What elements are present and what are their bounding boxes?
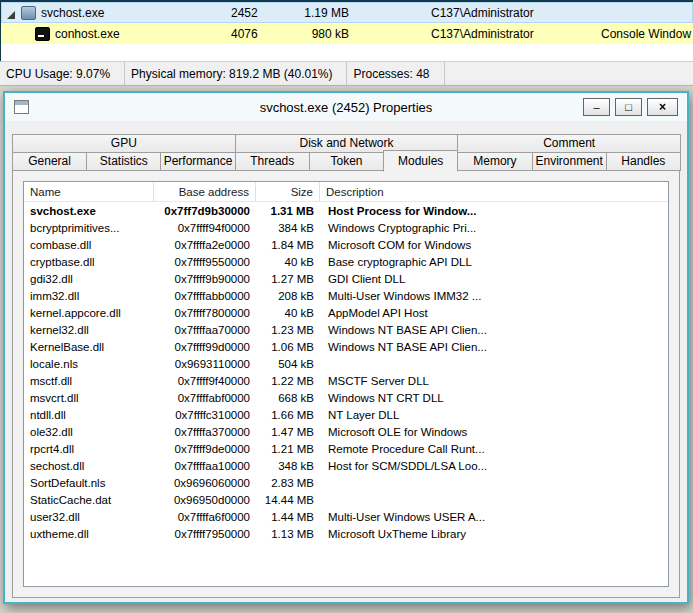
module-row[interactable]: imm32.dll 0x7ffffabb0000 208 kB Multi-Us… [24,287,668,304]
module-name: msctf.dll [24,375,154,387]
process-memory: 1.19 MB [269,6,349,20]
module-description: Microsoft UxTheme Library [320,528,668,540]
status-item: CPU Usage: 9.07% [0,62,125,85]
column-header-name[interactable]: Name [24,182,154,201]
close-button[interactable]: × [647,98,678,116]
module-base-address: 0x7ffffa370000 [154,426,256,438]
module-size: 1.66 MB [256,409,320,421]
module-row[interactable]: bcryptprimitives... 0x7ffff94f0000 384 k… [24,219,668,236]
module-name: bcryptprimitives... [24,222,154,234]
module-row[interactable]: sechost.dll 0x7ffffaa10000 348 kB Host f… [24,457,668,474]
module-row[interactable]: combase.dll 0x7ffffa2e0000 1.84 MB Micro… [24,236,668,253]
module-description: NT Layer DLL [320,409,668,421]
module-name: combase.dll [24,239,154,251]
module-description: Remote Procedure Call Runt... [320,443,668,455]
module-size: 40 kB [256,256,320,268]
module-row[interactable]: gdi32.dll 0x7ffff9b90000 1.27 MB GDI Cli… [24,270,668,287]
module-row[interactable]: cryptbase.dll 0x7ffff9550000 40 kB Base … [24,253,668,270]
module-row[interactable]: svchost.exe 0x7ff7d9b30000 1.31 MB Host … [24,202,668,219]
column-header-size[interactable]: Size [256,182,320,201]
module-name: kernel32.dll [24,324,154,336]
tab[interactable]: Performance [160,152,235,171]
tab[interactable]: Comment [457,134,681,153]
status-item: Physical memory: 819.2 MB (40.01%) [125,62,347,85]
module-size: 14.44 MB [256,494,320,506]
module-description: Multi-User Windows USER A... [320,511,668,523]
svchost-process-icon [21,6,36,20]
module-description: Multi-User Windows IMM32 ... [320,290,668,302]
module-base-address: 0x7ffffabf0000 [154,392,256,404]
tab[interactable]: Threads [235,152,310,171]
module-base-address: 0x7ffffaa70000 [154,324,256,336]
module-size: 1.47 MB [256,426,320,438]
module-row[interactable]: msctf.dll 0x7ffff9f40000 1.22 MB MSCTF S… [24,372,668,389]
tab[interactable]: Token [309,152,384,171]
maximize-button[interactable]: □ [615,98,642,116]
module-row[interactable]: kernel.appcore.dll 0x7ffff7800000 40 kB … [24,304,668,321]
tab[interactable]: Statistics [86,152,161,171]
module-row[interactable]: locale.nls 0x9693110000 504 kB [24,355,668,372]
module-name: kernel.appcore.dll [24,307,154,319]
module-name: locale.nls [24,358,154,370]
minimize-button[interactable]: – [583,98,610,116]
process-user: C137\Administrator [431,27,601,41]
status-bar: CPU Usage: 9.07% Physical memory: 819.2 … [0,61,693,86]
module-name: sechost.dll [24,460,154,472]
module-name: KernelBase.dll [24,341,154,353]
module-size: 2.83 MB [256,477,320,489]
module-name: gdi32.dll [24,273,154,285]
tab[interactable]: Modules [383,150,458,172]
module-size: 384 kB [256,222,320,234]
module-row[interactable]: rpcrt4.dll 0x7ffff9de0000 1.21 MB Remote… [24,440,668,457]
module-size: 1.84 MB [256,239,320,251]
process-name-cell: svchost.exe [5,6,223,20]
tab[interactable]: Handles [606,152,681,171]
module-base-address: 0x7ffffc310000 [154,409,256,421]
module-size: 208 kB [256,290,320,302]
tab[interactable]: Environment [532,152,607,171]
module-size: 348 kB [256,460,320,472]
module-name: cryptbase.dll [24,256,154,268]
module-row[interactable]: kernel32.dll 0x7ffffaa70000 1.23 MB Wind… [24,321,668,338]
process-row-conhost[interactable]: conhost.exe 4076 980 kB C137\Administrat… [1,23,693,44]
module-description: MSCTF Server DLL [320,375,668,387]
app-icon [14,100,29,114]
dialog-titlebar[interactable]: svchost.exe (2452) Properties – □ × [5,93,687,121]
console-process-icon [35,27,50,41]
module-row[interactable]: msvcrt.dll 0x7ffffabf0000 668 kB Windows… [24,389,668,406]
tab[interactable]: General [12,152,87,171]
column-header-base-address[interactable]: Base address [154,182,256,201]
module-description: Microsoft COM for Windows [320,239,668,251]
tab[interactable]: GPU [12,134,236,153]
module-size: 668 kB [256,392,320,404]
process-list: svchost.exe 2452 1.19 MB C137\Administra… [0,0,693,61]
tab-row-2: General Statistics Performance Threads T… [12,152,680,171]
module-name: user32.dll [24,511,154,523]
module-base-address: 0x7ffff7950000 [154,528,256,540]
module-size: 1.27 MB [256,273,320,285]
module-description: AppModel API Host [320,307,668,319]
module-description: Base cryptographic API DLL [320,256,668,268]
module-base-address: 0x7ffff9f40000 [154,375,256,387]
module-description: Host for SCM/SDDL/LSA Loo... [320,460,668,472]
module-name: StaticCache.dat [24,494,154,506]
module-row[interactable]: user32.dll 0x7ffffa6f0000 1.44 MB Multi-… [24,508,668,525]
module-size: 504 kB [256,358,320,370]
tab[interactable]: Memory [457,152,532,171]
process-name-cell: conhost.exe [5,27,223,41]
module-description: Host Process for Window... [320,205,668,217]
process-row-svchost[interactable]: svchost.exe 2452 1.19 MB C137\Administra… [1,2,693,23]
module-base-address: 0x7ffffa6f0000 [154,511,256,523]
module-row[interactable]: ntdll.dll 0x7ffffc310000 1.66 MB NT Laye… [24,406,668,423]
module-base-address: 0x7ffff9de0000 [154,443,256,455]
module-base-address: 0x7ffff99d0000 [154,341,256,353]
tree-expander-icon[interactable] [7,11,15,19]
module-row[interactable]: ole32.dll 0x7ffffa370000 1.47 MB Microso… [24,423,668,440]
module-base-address: 0x9693110000 [154,358,256,370]
column-header-description[interactable]: Description [320,182,668,201]
module-row[interactable]: SortDefault.nls 0x9696060000 2.83 MB [24,474,668,491]
module-row[interactable]: KernelBase.dll 0x7ffff99d0000 1.06 MB Wi… [24,338,668,355]
module-row[interactable]: StaticCache.dat 0x96950d0000 14.44 MB [24,491,668,508]
module-base-address: 0x7ffff9b90000 [154,273,256,285]
module-row[interactable]: uxtheme.dll 0x7ffff7950000 1.13 MB Micro… [24,525,668,542]
